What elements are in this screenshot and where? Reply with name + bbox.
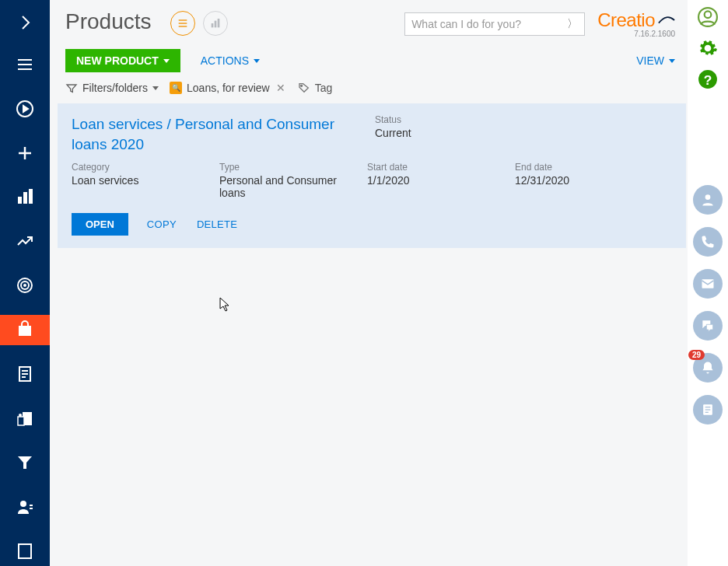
svg-rect-8 [23,192,27,204]
status-label: Status [375,114,411,125]
svg-point-40 [300,85,302,86]
list-view-toggle[interactable] [170,11,195,36]
left-nav [0,0,50,566]
right-rail: ? 29 [688,0,728,566]
end-date-value: 12/31/2020 [515,174,632,187]
svg-rect-18 [18,417,24,425]
record-title-link[interactable]: Loan services / Personal and Consumer lo… [72,114,352,154]
cti-phone-icon[interactable] [693,227,723,257]
cti-feed-icon[interactable] [693,395,723,424]
chevron-down-icon [163,59,170,63]
nav-dashboard-icon[interactable] [0,182,50,212]
svg-rect-7 [18,197,22,204]
remove-folder-icon[interactable]: ✕ [275,82,287,94]
active-folder-chip[interactable]: 🔍 Loans, for review ✕ [170,82,287,94]
type-label: Type [219,162,367,173]
tag-icon [298,82,310,94]
nav-document-icon[interactable] [0,359,50,390]
svg-point-21 [20,501,26,507]
chevron-down-icon [152,86,159,90]
svg-rect-24 [19,544,31,558]
nav-analytics-icon[interactable] [0,226,50,257]
open-button[interactable]: OPEN [72,213,128,236]
chevron-down-icon [669,59,675,63]
svg-rect-39 [217,19,219,27]
cti-chat-icon[interactable] [693,311,723,341]
status-value: Current [375,127,411,139]
brand-name: Creatio [597,9,655,31]
svg-point-19 [19,414,22,417]
nav-menu-icon[interactable] [0,49,50,79]
brand-block: Creatio 7.16.2.1600 [597,9,675,38]
category-label: Category [72,162,219,173]
gear-icon[interactable] [695,36,720,61]
search-placeholder: What can I do for you? [411,18,567,30]
nav-add-icon[interactable] [0,138,50,168]
delete-button[interactable]: DELETE [195,214,239,235]
nav-target-icon[interactable] [0,271,50,301]
cti-mail-icon[interactable] [693,269,723,299]
nav-funnel-icon[interactable] [0,447,50,477]
global-search-input[interactable]: What can I do for you? 〉 [404,12,585,36]
tag-button[interactable]: Tag [298,82,333,94]
svg-rect-38 [214,21,216,28]
svg-point-45 [705,194,711,200]
nav-expand-icon[interactable] [0,9,50,35]
profile-icon[interactable] [695,5,720,30]
svg-point-42 [705,11,712,18]
nav-contact-icon[interactable] [0,491,50,522]
folder-search-icon: 🔍 [170,82,182,94]
svg-text:?: ? [704,72,712,88]
start-date-label: Start date [367,162,515,173]
chevron-down-icon [254,59,260,63]
nav-products-icon[interactable] [0,315,50,345]
nav-play-icon[interactable] [0,93,50,124]
svg-rect-37 [211,23,213,27]
mouse-cursor-icon [219,297,232,316]
brand-swoosh-icon [658,16,675,25]
svg-point-12 [24,285,26,286]
new-product-button[interactable]: NEW PRODUCT [65,49,180,72]
notification-badge: 29 [688,350,705,360]
filters-folders-button[interactable]: Filters/folders [65,82,159,94]
actions-button[interactable]: ACTIONS [199,50,261,72]
end-date-label: End date [515,162,632,173]
page-title: Products [58,9,152,34]
main-content: Products What can I do for you? 〉 Creati… [50,0,688,566]
copy-button[interactable]: COPY [145,214,178,235]
search-go-icon[interactable]: 〉 [567,17,578,31]
nav-building-icon[interactable] [0,536,50,566]
nav-accounts-icon[interactable] [0,403,50,433]
view-button[interactable]: VIEW [635,50,677,72]
brand-version: 7.16.2.1600 [634,30,675,38]
record-card[interactable]: Loan services / Personal and Consumer lo… [58,103,686,248]
type-value: Personal and Consumer loans [219,174,352,199]
cti-contact-icon[interactable] [693,185,723,215]
start-date-value: 1/1/2020 [367,174,515,187]
chart-view-toggle[interactable] [203,11,228,36]
folder-filter-icon [65,82,78,94]
cti-bell-icon[interactable]: 29 [693,353,723,383]
svg-rect-9 [29,189,33,204]
help-icon[interactable]: ? [695,67,720,92]
category-value: Loan services [72,174,219,187]
svg-marker-4 [23,106,28,112]
svg-marker-20 [18,456,32,469]
